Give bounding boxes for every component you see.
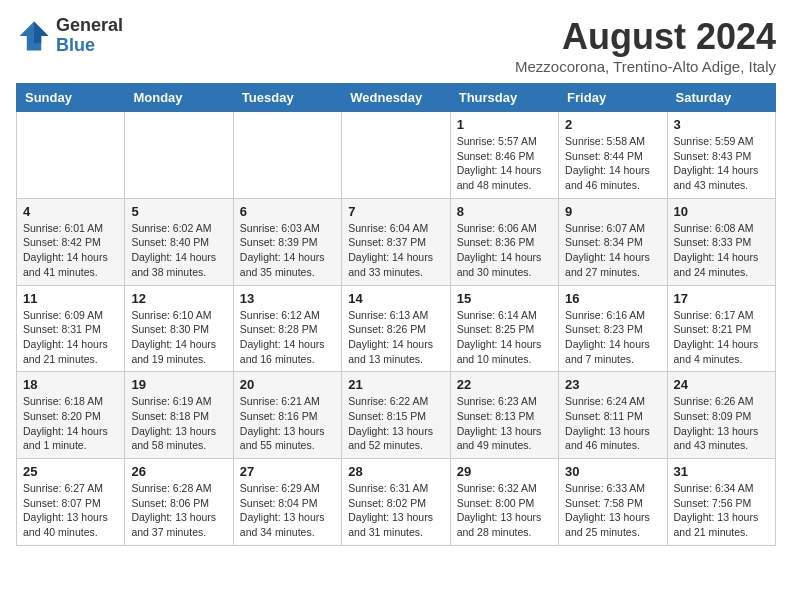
day-info: Sunrise: 5:59 AM Sunset: 8:43 PM Dayligh… xyxy=(674,134,769,193)
calendar-cell: 19Sunrise: 6:19 AM Sunset: 8:18 PM Dayli… xyxy=(125,372,233,459)
calendar-cell: 27Sunrise: 6:29 AM Sunset: 8:04 PM Dayli… xyxy=(233,459,341,546)
svg-marker-1 xyxy=(34,21,48,43)
day-number: 15 xyxy=(457,291,552,306)
day-number: 23 xyxy=(565,377,660,392)
calendar-week-2: 4Sunrise: 6:01 AM Sunset: 8:42 PM Daylig… xyxy=(17,198,776,285)
location-title: Mezzocorona, Trentino-Alto Adige, Italy xyxy=(515,58,776,75)
calendar-cell: 2Sunrise: 5:58 AM Sunset: 8:44 PM Daylig… xyxy=(559,112,667,199)
calendar-cell: 30Sunrise: 6:33 AM Sunset: 7:58 PM Dayli… xyxy=(559,459,667,546)
day-number: 31 xyxy=(674,464,769,479)
day-number: 5 xyxy=(131,204,226,219)
day-number: 8 xyxy=(457,204,552,219)
dow-header-tuesday: Tuesday xyxy=(233,84,341,112)
day-number: 17 xyxy=(674,291,769,306)
calendar-cell: 17Sunrise: 6:17 AM Sunset: 8:21 PM Dayli… xyxy=(667,285,775,372)
day-info: Sunrise: 5:57 AM Sunset: 8:46 PM Dayligh… xyxy=(457,134,552,193)
dow-header-friday: Friday xyxy=(559,84,667,112)
day-number: 6 xyxy=(240,204,335,219)
day-info: Sunrise: 6:28 AM Sunset: 8:06 PM Dayligh… xyxy=(131,481,226,540)
logo: General Blue xyxy=(16,16,123,56)
page-header: General Blue August 2024 Mezzocorona, Tr… xyxy=(16,16,776,75)
calendar-week-5: 25Sunrise: 6:27 AM Sunset: 8:07 PM Dayli… xyxy=(17,459,776,546)
calendar-cell: 18Sunrise: 6:18 AM Sunset: 8:20 PM Dayli… xyxy=(17,372,125,459)
calendar-body: 1Sunrise: 5:57 AM Sunset: 8:46 PM Daylig… xyxy=(17,112,776,546)
calendar-cell: 9Sunrise: 6:07 AM Sunset: 8:34 PM Daylig… xyxy=(559,198,667,285)
day-number: 9 xyxy=(565,204,660,219)
day-number: 30 xyxy=(565,464,660,479)
day-number: 28 xyxy=(348,464,443,479)
calendar-cell xyxy=(233,112,341,199)
calendar-cell: 26Sunrise: 6:28 AM Sunset: 8:06 PM Dayli… xyxy=(125,459,233,546)
day-info: Sunrise: 6:23 AM Sunset: 8:13 PM Dayligh… xyxy=(457,394,552,453)
day-info: Sunrise: 6:12 AM Sunset: 8:28 PM Dayligh… xyxy=(240,308,335,367)
day-number: 11 xyxy=(23,291,118,306)
day-number: 24 xyxy=(674,377,769,392)
calendar-cell: 21Sunrise: 6:22 AM Sunset: 8:15 PM Dayli… xyxy=(342,372,450,459)
day-info: Sunrise: 6:16 AM Sunset: 8:23 PM Dayligh… xyxy=(565,308,660,367)
day-number: 3 xyxy=(674,117,769,132)
calendar-cell: 20Sunrise: 6:21 AM Sunset: 8:16 PM Dayli… xyxy=(233,372,341,459)
month-title: August 2024 xyxy=(515,16,776,58)
calendar-cell: 29Sunrise: 6:32 AM Sunset: 8:00 PM Dayli… xyxy=(450,459,558,546)
day-info: Sunrise: 6:13 AM Sunset: 8:26 PM Dayligh… xyxy=(348,308,443,367)
dow-header-sunday: Sunday xyxy=(17,84,125,112)
title-block: August 2024 Mezzocorona, Trentino-Alto A… xyxy=(515,16,776,75)
logo-text: General Blue xyxy=(56,16,123,56)
calendar-cell: 23Sunrise: 6:24 AM Sunset: 8:11 PM Dayli… xyxy=(559,372,667,459)
day-number: 12 xyxy=(131,291,226,306)
day-info: Sunrise: 6:26 AM Sunset: 8:09 PM Dayligh… xyxy=(674,394,769,453)
calendar-cell xyxy=(342,112,450,199)
dow-header-monday: Monday xyxy=(125,84,233,112)
day-number: 2 xyxy=(565,117,660,132)
day-number: 18 xyxy=(23,377,118,392)
calendar-cell xyxy=(17,112,125,199)
day-number: 26 xyxy=(131,464,226,479)
calendar-cell: 8Sunrise: 6:06 AM Sunset: 8:36 PM Daylig… xyxy=(450,198,558,285)
day-number: 20 xyxy=(240,377,335,392)
dow-header-saturday: Saturday xyxy=(667,84,775,112)
logo-icon xyxy=(16,18,52,54)
calendar-week-3: 11Sunrise: 6:09 AM Sunset: 8:31 PM Dayli… xyxy=(17,285,776,372)
day-info: Sunrise: 6:29 AM Sunset: 8:04 PM Dayligh… xyxy=(240,481,335,540)
day-info: Sunrise: 6:02 AM Sunset: 8:40 PM Dayligh… xyxy=(131,221,226,280)
day-info: Sunrise: 6:19 AM Sunset: 8:18 PM Dayligh… xyxy=(131,394,226,453)
day-number: 21 xyxy=(348,377,443,392)
day-info: Sunrise: 6:32 AM Sunset: 8:00 PM Dayligh… xyxy=(457,481,552,540)
day-number: 29 xyxy=(457,464,552,479)
day-info: Sunrise: 6:24 AM Sunset: 8:11 PM Dayligh… xyxy=(565,394,660,453)
day-info: Sunrise: 6:18 AM Sunset: 8:20 PM Dayligh… xyxy=(23,394,118,453)
calendar-cell xyxy=(125,112,233,199)
calendar-cell: 24Sunrise: 6:26 AM Sunset: 8:09 PM Dayli… xyxy=(667,372,775,459)
days-of-week-row: SundayMondayTuesdayWednesdayThursdayFrid… xyxy=(17,84,776,112)
day-info: Sunrise: 6:09 AM Sunset: 8:31 PM Dayligh… xyxy=(23,308,118,367)
day-number: 10 xyxy=(674,204,769,219)
calendar-table: SundayMondayTuesdayWednesdayThursdayFrid… xyxy=(16,83,776,546)
day-info: Sunrise: 6:04 AM Sunset: 8:37 PM Dayligh… xyxy=(348,221,443,280)
day-info: Sunrise: 6:14 AM Sunset: 8:25 PM Dayligh… xyxy=(457,308,552,367)
day-info: Sunrise: 6:21 AM Sunset: 8:16 PM Dayligh… xyxy=(240,394,335,453)
calendar-cell: 13Sunrise: 6:12 AM Sunset: 8:28 PM Dayli… xyxy=(233,285,341,372)
day-info: Sunrise: 6:08 AM Sunset: 8:33 PM Dayligh… xyxy=(674,221,769,280)
day-info: Sunrise: 6:01 AM Sunset: 8:42 PM Dayligh… xyxy=(23,221,118,280)
day-info: Sunrise: 6:31 AM Sunset: 8:02 PM Dayligh… xyxy=(348,481,443,540)
calendar-cell: 12Sunrise: 6:10 AM Sunset: 8:30 PM Dayli… xyxy=(125,285,233,372)
calendar-cell: 16Sunrise: 6:16 AM Sunset: 8:23 PM Dayli… xyxy=(559,285,667,372)
calendar-cell: 4Sunrise: 6:01 AM Sunset: 8:42 PM Daylig… xyxy=(17,198,125,285)
calendar-cell: 3Sunrise: 5:59 AM Sunset: 8:43 PM Daylig… xyxy=(667,112,775,199)
day-number: 4 xyxy=(23,204,118,219)
day-info: Sunrise: 5:58 AM Sunset: 8:44 PM Dayligh… xyxy=(565,134,660,193)
calendar-cell: 22Sunrise: 6:23 AM Sunset: 8:13 PM Dayli… xyxy=(450,372,558,459)
dow-header-thursday: Thursday xyxy=(450,84,558,112)
dow-header-wednesday: Wednesday xyxy=(342,84,450,112)
day-number: 1 xyxy=(457,117,552,132)
day-info: Sunrise: 6:03 AM Sunset: 8:39 PM Dayligh… xyxy=(240,221,335,280)
logo-general: General xyxy=(56,16,123,36)
day-number: 16 xyxy=(565,291,660,306)
day-info: Sunrise: 6:07 AM Sunset: 8:34 PM Dayligh… xyxy=(565,221,660,280)
day-info: Sunrise: 6:22 AM Sunset: 8:15 PM Dayligh… xyxy=(348,394,443,453)
day-number: 27 xyxy=(240,464,335,479)
day-info: Sunrise: 6:27 AM Sunset: 8:07 PM Dayligh… xyxy=(23,481,118,540)
calendar-cell: 6Sunrise: 6:03 AM Sunset: 8:39 PM Daylig… xyxy=(233,198,341,285)
day-info: Sunrise: 6:33 AM Sunset: 7:58 PM Dayligh… xyxy=(565,481,660,540)
day-info: Sunrise: 6:10 AM Sunset: 8:30 PM Dayligh… xyxy=(131,308,226,367)
